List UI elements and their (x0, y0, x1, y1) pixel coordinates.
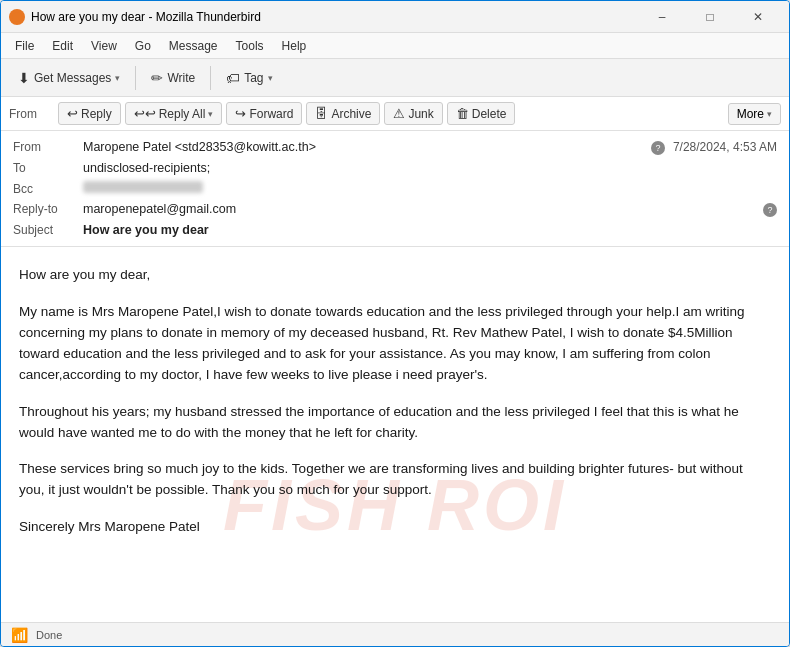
reply-all-icon: ↩↩ (134, 106, 156, 121)
forward-label: Forward (249, 107, 293, 121)
bcc-label: Bcc (13, 182, 83, 196)
bcc-value (83, 181, 203, 193)
tag-label: Tag (244, 71, 263, 85)
archive-button[interactable]: 🗄 Archive (306, 102, 380, 125)
menu-edit[interactable]: Edit (44, 36, 81, 56)
from-action-label: From (9, 107, 54, 121)
from-row: From Maropene Patel <std28353@kowitt.ac.… (13, 137, 777, 158)
menu-file[interactable]: File (7, 36, 42, 56)
forward-icon: ↪ (235, 106, 246, 121)
svg-point-0 (12, 12, 22, 22)
delete-label: Delete (472, 107, 507, 121)
archive-icon: 🗄 (315, 106, 328, 121)
write-button[interactable]: ✏ Write (142, 65, 204, 91)
email-para2: Throughout his years; my husband stresse… (19, 402, 771, 444)
replyto-value: maropenepatel@gmail.com (83, 202, 759, 216)
get-messages-button[interactable]: ⬇ Get Messages ▾ (9, 65, 129, 91)
replyto-label: Reply-to (13, 202, 83, 216)
archive-label: Archive (331, 107, 371, 121)
get-messages-label: Get Messages (34, 71, 111, 85)
menu-tools[interactable]: Tools (228, 36, 272, 56)
message-header: From Maropene Patel <std28353@kowitt.ac.… (1, 131, 789, 247)
toolbar-separator-1 (135, 66, 136, 90)
write-label: Write (167, 71, 195, 85)
to-value: undisclosed-recipients; (83, 161, 777, 175)
email-content: How are you my dear, My name is Mrs Maro… (19, 265, 771, 538)
email-body: FISH ROI How are you my dear, My name is… (1, 247, 789, 622)
email-signature: Sincerely Mrs Maropene Patel (19, 517, 771, 538)
junk-icon: ⚠ (393, 106, 405, 121)
reply-all-dropdown[interactable]: ▾ (208, 109, 213, 119)
maximize-button[interactable]: □ (687, 2, 733, 32)
email-para3: These services bring so much joy to the … (19, 459, 771, 501)
email-date: 7/28/2024, 4:53 AM (673, 140, 777, 154)
subject-label: Subject (13, 223, 83, 237)
get-messages-dropdown-arrow[interactable]: ▾ (115, 73, 120, 83)
write-icon: ✏ (151, 70, 163, 86)
action-bar: From ↩ Reply ↩↩ Reply All ▾ ↪ Forward 🗄 … (1, 97, 789, 131)
reply-button[interactable]: ↩ Reply (58, 102, 121, 125)
replyto-row: Reply-to maropenepatel@gmail.com ? (13, 199, 777, 220)
more-dropdown-arrow: ▾ (767, 109, 772, 119)
statusbar: 📶 Done (1, 622, 789, 646)
more-label: More (737, 107, 764, 121)
subject-value: How are you my dear (83, 223, 777, 237)
bcc-row: Bcc (13, 178, 777, 199)
email-para1: My name is Mrs Maropene Patel,I wish to … (19, 302, 771, 386)
menu-message[interactable]: Message (161, 36, 226, 56)
junk-label: Junk (408, 107, 433, 121)
menu-view[interactable]: View (83, 36, 125, 56)
replyto-verify-icon[interactable]: ? (763, 203, 777, 217)
toolbar: ⬇ Get Messages ▾ ✏ Write 🏷 Tag ▾ (1, 59, 789, 97)
tag-dropdown-arrow[interactable]: ▾ (268, 73, 273, 83)
reply-label: Reply (81, 107, 112, 121)
to-row: To undisclosed-recipients; (13, 158, 777, 178)
delete-button[interactable]: 🗑 Delete (447, 102, 516, 125)
window-title: How are you my dear - Mozilla Thunderbir… (31, 10, 639, 24)
subject-row: Subject How are you my dear (13, 220, 777, 240)
close-button[interactable]: ✕ (735, 2, 781, 32)
menu-go[interactable]: Go (127, 36, 159, 56)
from-label: From (13, 140, 83, 154)
app-icon (9, 9, 25, 25)
email-greeting: How are you my dear, (19, 265, 771, 286)
junk-button[interactable]: ⚠ Junk (384, 102, 442, 125)
forward-button[interactable]: ↪ Forward (226, 102, 302, 125)
main-window: How are you my dear - Mozilla Thunderbir… (0, 0, 790, 647)
delete-icon: 🗑 (456, 106, 469, 121)
wifi-icon: 📶 (11, 627, 28, 643)
get-messages-icon: ⬇ (18, 70, 30, 86)
reply-all-label: Reply All (159, 107, 206, 121)
reply-icon: ↩ (67, 106, 78, 121)
minimize-button[interactable]: – (639, 2, 685, 32)
more-button[interactable]: More ▾ (728, 103, 781, 125)
verify-icon[interactable]: ? (651, 141, 665, 155)
tag-button[interactable]: 🏷 Tag ▾ (217, 65, 281, 91)
status-text: Done (36, 629, 62, 641)
titlebar: How are you my dear - Mozilla Thunderbir… (1, 1, 789, 33)
to-label: To (13, 161, 83, 175)
window-controls: – □ ✕ (639, 2, 781, 32)
menubar: File Edit View Go Message Tools Help (1, 33, 789, 59)
reply-all-button[interactable]: ↩↩ Reply All ▾ (125, 102, 223, 125)
tag-icon: 🏷 (226, 70, 240, 86)
toolbar-separator-2 (210, 66, 211, 90)
menu-help[interactable]: Help (274, 36, 315, 56)
from-value: Maropene Patel <std28353@kowitt.ac.th> (83, 140, 647, 154)
